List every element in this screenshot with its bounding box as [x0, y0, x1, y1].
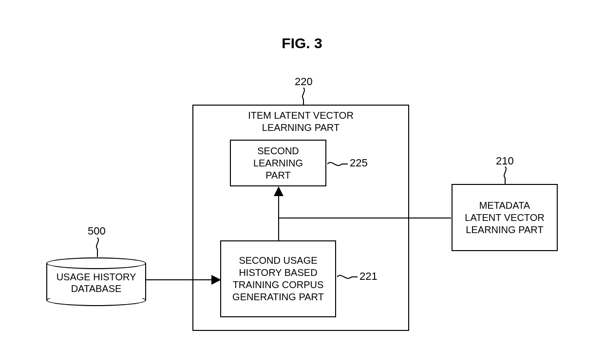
second-learning-part-label: SECONDLEARNINGPART — [253, 145, 303, 182]
corpus-generating-box: SECOND USAGEHISTORY BASEDTRAINING CORPUS… — [220, 240, 336, 317]
second-learning-part-box: SECONDLEARNINGPART — [230, 140, 326, 186]
usage-history-database: USAGE HISTORYDATABASE — [46, 257, 146, 306]
figure-title: FIG. 3 — [282, 35, 322, 52]
metadata-latent-box: METADATALATENT VECTORLEARNING PART — [452, 184, 558, 251]
ref-221: 221 — [359, 270, 378, 283]
leader-225 — [327, 160, 348, 168]
metadata-latent-label: METADATALATENT VECTORLEARNING PART — [465, 200, 544, 236]
leader-221 — [337, 273, 358, 281]
ref-220: 220 — [295, 75, 313, 88]
corpus-generating-label: SECOND USAGEHISTORY BASEDTRAINING CORPUS… — [232, 255, 324, 303]
leader-210 — [502, 166, 509, 184]
ref-225: 225 — [350, 157, 368, 169]
leader-220 — [300, 88, 307, 105]
database-label: USAGE HISTORYDATABASE — [46, 271, 146, 294]
leader-500 — [94, 237, 101, 257]
cylinder-top — [46, 257, 146, 269]
item-latent-vector-title: ITEM LATENT VECTORLEARNING PART — [193, 109, 408, 134]
ref-210: 210 — [496, 155, 514, 167]
ref-500: 500 — [88, 225, 106, 237]
cylinder-bottom — [46, 294, 146, 306]
